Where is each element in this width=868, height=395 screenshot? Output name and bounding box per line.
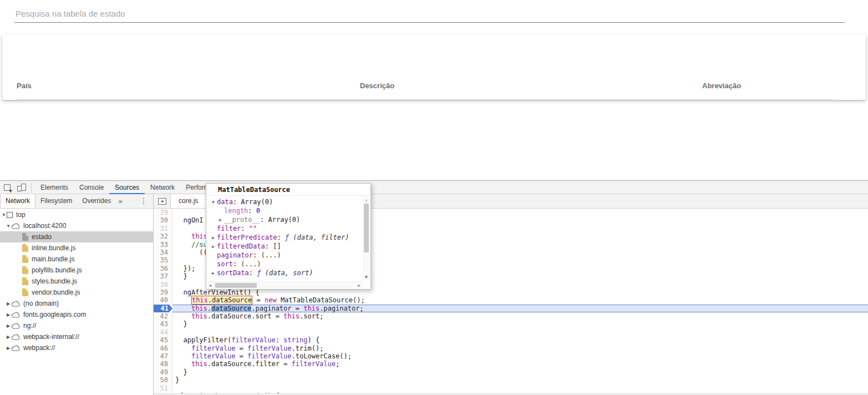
line-number-gutter[interactable]: 44 xyxy=(154,328,172,336)
chevron-right-icon[interactable]: ▶ xyxy=(6,323,11,328)
chevron-right-icon[interactable]: ▶ xyxy=(6,346,11,351)
scroll-up-icon[interactable]: ▲ xyxy=(363,198,370,202)
line-number-gutter[interactable]: 38 xyxy=(154,281,172,288)
line-number-gutter[interactable]: 37 xyxy=(154,272,172,280)
chevron-right-icon[interactable]: ▶ xyxy=(6,335,11,340)
navigator-tab-network[interactable]: Network xyxy=(0,194,35,208)
navigator-tab-filesystem[interactable]: Filesystem xyxy=(35,194,77,208)
tab-network[interactable]: Network xyxy=(145,181,180,194)
line-number-gutter[interactable]: 51 xyxy=(154,384,172,392)
tree-item-ng-[interactable]: ▶ng:// xyxy=(0,320,153,331)
line-number-gutter[interactable]: 39 xyxy=(154,288,172,296)
line-number-gutter[interactable]: 36 xyxy=(154,265,172,272)
code-line-content[interactable]: ngAfterViewInit() { xyxy=(172,288,868,296)
line-number-gutter[interactable]: 32 xyxy=(154,232,172,240)
expand-right-icon[interactable]: ▶ xyxy=(217,217,224,222)
line-number-gutter[interactable]: 43 xyxy=(154,320,172,328)
code-line-content[interactable]: applyFilter(filterValue: string) { xyxy=(172,336,868,344)
tree-item-estado[interactable]: estado xyxy=(0,231,153,242)
code-line-content[interactable] xyxy=(172,384,868,392)
code-line: 50} xyxy=(154,376,868,384)
code-line-content[interactable]: } xyxy=(172,376,868,384)
chevron-down-icon[interactable]: ▼ xyxy=(1,212,7,217)
tab-sources[interactable]: Sources xyxy=(109,181,145,194)
tree-item-label: top xyxy=(16,211,26,219)
line-number-gutter[interactable]: 47 xyxy=(154,352,172,360)
line-number-gutter[interactable]: 30 xyxy=(154,216,172,224)
tree-item-localhost-4200[interactable]: ▼localhost:4200 xyxy=(0,220,153,231)
popup-token: "" xyxy=(249,225,257,232)
scroll-right-icon[interactable]: ► xyxy=(358,283,361,288)
tree-item-webpack-[interactable]: ▶webpack:// xyxy=(0,342,153,353)
tree-item-styles-bundle-js[interactable]: styles.bundle.js xyxy=(0,276,153,287)
code-line-content[interactable] xyxy=(172,328,868,336)
scroll-left-icon[interactable]: ◄ xyxy=(209,283,211,288)
tree-item-inline-bundle-js[interactable]: inline.bundle.js xyxy=(0,242,153,254)
file-tab-corejs[interactable]: core.js xyxy=(170,194,206,208)
expand-right-icon[interactable]: ▶ xyxy=(210,271,217,276)
line-number-gutter[interactable]: 50 xyxy=(154,376,172,384)
devtools-second-toolbar: NetworkFilesystemOverrides » ⋮ ◄ core.js xyxy=(0,194,868,209)
code-token: filterValue xyxy=(247,345,291,352)
line-number-gutter[interactable]: 31 xyxy=(154,225,172,232)
tree-item-main-bundle-js[interactable]: main.bundle.js xyxy=(0,254,153,265)
tab-elements[interactable]: Elements xyxy=(35,181,74,194)
line-number-gutter[interactable]: 49 xyxy=(154,368,172,376)
code-token: (( xyxy=(175,249,207,256)
expand-right-icon[interactable]: ▶ xyxy=(210,235,217,240)
line-number-gutter[interactable]: 41 xyxy=(154,305,172,312)
chevron-right-icon[interactable]: ▶ xyxy=(6,312,11,317)
chevron-right-icon[interactable]: ▶ xyxy=(6,301,11,306)
expand-down-icon[interactable]: ▼ xyxy=(210,200,217,205)
search-input[interactable] xyxy=(14,4,845,23)
popup-vertical-scrollbar[interactable]: ▲ ▼ xyxy=(363,196,370,281)
code-token xyxy=(175,296,191,304)
line-number-gutter[interactable]: 34 xyxy=(154,249,172,256)
line-number-gutter[interactable]: 29 xyxy=(154,209,172,216)
tree-item-polyfills-bundle-js[interactable]: polyfills.bundle.js xyxy=(0,265,153,276)
more-navigator-tabs-icon[interactable]: » xyxy=(116,194,124,208)
code-line-content[interactable]: } xyxy=(172,368,868,376)
code-line-content[interactable]: this.dataSource.filter = filterValue; xyxy=(172,360,868,368)
code-line-content[interactable]: filterValue = filterValue.toLowerCase(); xyxy=(172,352,868,360)
chevron-down-icon[interactable]: ▼ xyxy=(6,224,11,229)
object-inspect-popup: MatTableDataSource ▼data: Array(0)length… xyxy=(206,183,371,290)
line-number-gutter[interactable]: 48 xyxy=(154,360,172,368)
code-line-content[interactable]: filterValue = filterValue.trim(); xyxy=(172,345,868,352)
line-number-gutter[interactable]: 42 xyxy=(154,312,172,320)
device-toolbar-button[interactable] xyxy=(14,181,29,194)
code-token xyxy=(175,232,191,240)
code-token: this xyxy=(283,312,300,320)
code-token: filterValue xyxy=(191,352,235,360)
code-token: .sort; xyxy=(300,312,323,320)
code-token: ; xyxy=(336,360,339,368)
line-number-gutter[interactable]: 46 xyxy=(154,345,172,352)
line-number-gutter[interactable]: 33 xyxy=(154,241,172,249)
code-line-content[interactable]: this.dataSource.sort = this.sort; xyxy=(172,312,868,320)
horizontal-scroll-thumb[interactable] xyxy=(215,283,257,288)
vertical-scroll-thumb[interactable] xyxy=(364,204,369,252)
tree-item--no-domain-[interactable]: ▶(no domain) xyxy=(0,298,153,309)
line-number-gutter[interactable]: 35 xyxy=(154,256,172,264)
tree-item-webpack-internal-[interactable]: ▶webpack-internal:// xyxy=(0,331,153,342)
code-line-content[interactable]: this.dataSource = new MatTableDataSource… xyxy=(172,296,868,304)
tree-item-vendor-bundle-js[interactable]: vendor.bundle.js xyxy=(0,287,153,298)
line-number-gutter[interactable]: 45 xyxy=(154,336,172,344)
scroll-down-icon[interactable]: ▼ xyxy=(363,275,370,280)
devtools-panel: ElementsConsoleSourcesNetworkPerformance… xyxy=(0,180,868,395)
tree-item-top[interactable]: ▼top xyxy=(0,209,153,220)
code-line: 47 filterValue = filterValue.toLowerCase… xyxy=(154,352,868,360)
tree-item-fonts-googleapis-com[interactable]: ▶fonts.googleapis.com xyxy=(0,309,153,320)
tab-console[interactable]: Console xyxy=(74,181,109,194)
popup-horizontal-scrollbar[interactable]: ◄ ► xyxy=(207,281,362,288)
code-line-content[interactable]: this.dataSource.paginator = this.paginat… xyxy=(172,305,868,312)
code-line: 44 xyxy=(154,328,868,336)
expand-right-icon[interactable]: ▶ xyxy=(210,244,217,249)
code-line-content[interactable]: } xyxy=(172,320,868,328)
line-number-gutter[interactable]: 40 xyxy=(154,296,172,304)
navigator-tab-overrides[interactable]: Overrides xyxy=(77,194,116,208)
navigator-menu-icon[interactable]: ⋮ xyxy=(140,194,148,208)
inspect-element-button[interactable] xyxy=(0,181,14,194)
toggle-navigator-button[interactable]: ◄ xyxy=(154,194,170,208)
popup-token: : xyxy=(253,251,261,259)
